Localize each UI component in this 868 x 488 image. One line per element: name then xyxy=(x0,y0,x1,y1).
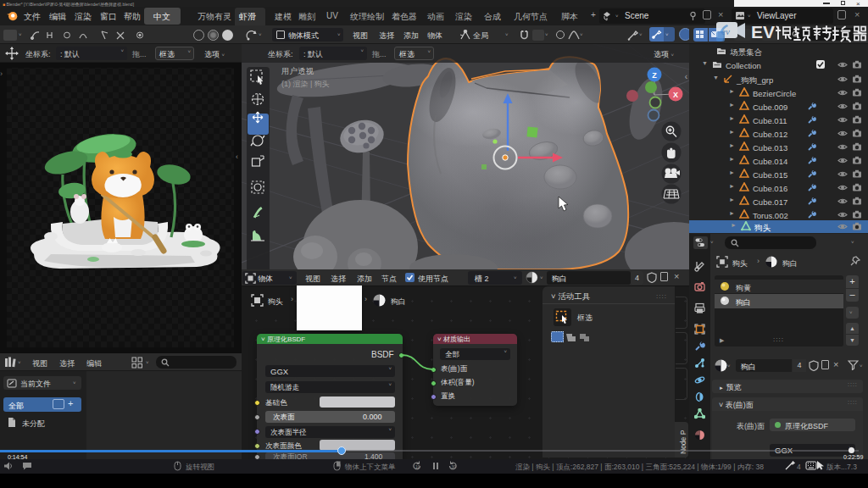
svg-text:10: 10 xyxy=(415,464,420,469)
svg-text:30: 30 xyxy=(452,464,457,469)
svg-text:X: X xyxy=(673,91,678,99)
svg-text:Z: Z xyxy=(652,71,657,80)
